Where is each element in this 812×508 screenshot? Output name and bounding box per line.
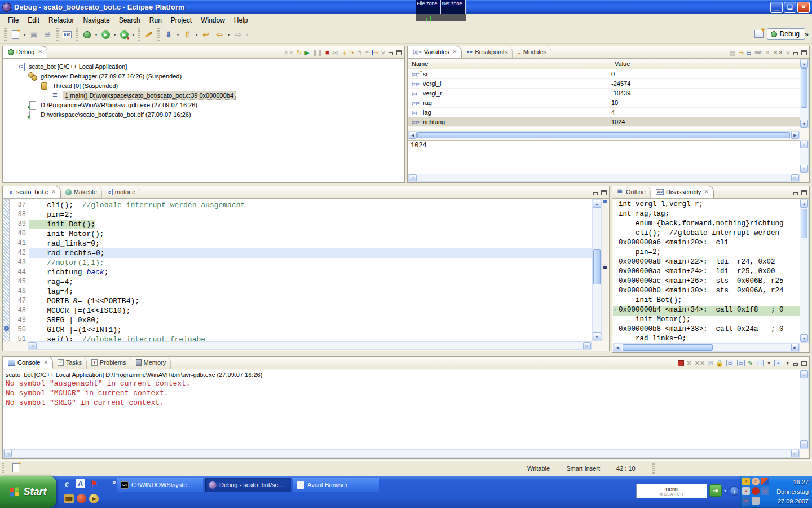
view-tab[interactable]: Outline [612,186,651,198]
forward-button[interactable]: ⇨ [232,28,244,41]
code-text[interactable]: rad_rechts=0; [29,248,592,258]
search-go-button[interactable]: ➜ [709,484,722,497]
taskbar-window-button[interactable]: C:\ C:\WINDOWS\syste... [117,478,203,492]
debug-launch-dropdown[interactable]: ▾ [94,32,99,37]
avant-browser-icon[interactable]: A [76,479,85,488]
close-button[interactable]: ✕ [797,2,810,13]
gutter-marker[interactable] [3,277,10,287]
step-into-icon[interactable]: ↴ [341,49,346,56]
gutter-marker[interactable] [3,287,10,296]
display-disconnected-icon[interactable]: ✕ [761,487,769,495]
quick-launch-icon[interactable]: ▶ [89,494,99,503]
debug-launch-button[interactable] [81,28,93,41]
debug-tree-row[interactable]: Thread [0] (Suspended) [3,81,404,90]
disassembly-line[interactable]: cli(); //globale interrupt werden [613,229,800,239]
disconnect-icon[interactable]: ⋈ [332,49,338,56]
toolbar-grip[interactable] [76,28,78,41]
debug-tree-row[interactable]: D:\workspace\scato_bot\scato_bot.elf (27… [3,110,404,119]
scroll-down-arrow[interactable]: ▼ [593,332,601,340]
debug-tree-row[interactable]: 1 main() D:\workspace\scato_bot\scato_bo… [3,90,404,100]
maximize-view-icon[interactable] [801,50,807,55]
gutter-marker[interactable] [3,200,10,210]
disassembly-line[interactable]: int rag,lag; [613,210,800,220]
pin-console-icon[interactable]: ✎ [748,360,753,367]
variable-row[interactable]: (x)= vergl_r -10439 [408,89,800,98]
tray-app-icon[interactable] [761,478,769,485]
scroll-up-arrow[interactable]: ▲ [800,60,808,68]
new-dropdown[interactable]: ▾ [22,32,27,37]
show-type-names-icon[interactable]: ▤ [730,49,735,56]
window-titlebar[interactable]: Debug - scato_bot/scato_bot.c - Eclipse … [0,0,812,14]
statusbar-grip[interactable] [652,463,655,474]
variables-vscrollbar[interactable]: ▲ ▼ [800,59,809,128]
scroll-thumb[interactable] [801,209,807,238]
column-header-name[interactable]: Name [408,59,611,69]
close-tab-icon[interactable]: ✕ [43,360,48,365]
maximize-view-icon[interactable] [801,361,807,366]
scroll-left-arrow[interactable]: ◀ [29,342,37,349]
toolbar-grip[interactable] [157,28,160,41]
view-tab[interactable]: Problems [87,356,131,369]
fast-view-icon[interactable] [12,463,19,472]
disassembly-line[interactable]: 0x000000a8 <main+22>: ldi r24, 0x02 [613,258,800,268]
maximize-view-icon[interactable] [396,50,402,55]
terminate-icon[interactable]: ■ [325,49,329,56]
code-text[interactable]: lag=4; [29,287,592,296]
code-editor[interactable]: 37 cli(); //globale interrupt werden aus… [3,199,592,341]
scroll-right-arrow[interactable]: ▶ [791,450,799,457]
suspend-icon[interactable]: ❚❚ [312,49,323,56]
back-button[interactable]: ⇦ [213,28,226,41]
quick-launch-icon[interactable]: ⚑ [89,479,99,488]
gutter-marker[interactable] [3,306,10,316]
add-globals-icon[interactable]: ⇥ [738,49,743,56]
menu-item[interactable]: Edit [23,15,44,25]
console-hscrollbar[interactable]: ◀ ▶ [3,449,800,458]
close-tab-icon[interactable]: ✕ [453,49,457,55]
show-stdout-icon[interactable]: ▭ [726,360,734,366]
editor-tab[interactable]: c scato_bot.c ✕ [3,186,61,198]
editor-tab[interactable]: Makefile [61,186,102,198]
run-launch-dropdown[interactable]: ▾ [112,32,117,37]
open-perspective-icon[interactable] [754,30,764,38]
maximize-view-icon[interactable] [601,190,607,195]
code-line[interactable]: 41 rad_links=0; [3,239,592,248]
step-return-icon[interactable]: ↰ [357,49,362,56]
disassembly-line[interactable]: rad_links=0; [613,335,800,343]
tab-debug[interactable]: Debug ✕ [3,46,47,58]
close-tab-icon[interactable]: ✕ [51,189,56,195]
variable-row[interactable]: (x)= lag 4 [408,108,800,117]
binary-tool-button[interactable]: 010 [61,28,73,41]
terminate-icon[interactable] [678,360,684,366]
menu-item[interactable]: Navigate [78,15,114,25]
column-header-value[interactable]: Value [611,59,800,69]
menu-item[interactable]: Help [230,15,253,25]
remove-terminated-icon[interactable]: ✕✕ [284,49,294,56]
minimize-view-icon[interactable] [793,190,798,195]
code-text[interactable]: richtung=back; [29,268,592,277]
detail-hscrollbar[interactable]: ◀ ▶ [408,174,800,182]
code-text[interactable]: init_Motor(); [29,229,592,239]
debug-tree-row[interactable]: gdbserver Debugger (27.09.07 16:26) (Sus… [3,71,404,81]
code-text[interactable]: MCUCR |=(1<<ISC10); [29,306,592,316]
network-disabled-icon[interactable]: ✕ [742,487,750,495]
maximize-button[interactable]: ❑ [784,2,796,13]
taskbar-window-button[interactable]: Debug - scato_bot/sc... [205,478,291,492]
watch-icon[interactable]: 👓 [754,49,762,56]
toolbar-grip[interactable] [138,28,140,41]
scroll-thumb[interactable] [417,132,790,138]
scroll-thumb[interactable] [593,249,601,284]
new-wizard-button[interactable] [9,28,21,41]
minimize-view-icon[interactable] [793,361,798,366]
code-text[interactable]: init_Bot(); [29,220,592,229]
variable-row[interactable]: (x)= vergl_l -24574 [408,79,800,89]
disassembly-line[interactable]: 0x000000a6 <main+20>: cli [613,239,800,248]
scroll-down-arrow[interactable]: ▼ [800,440,808,448]
scroll-right-arrow[interactable]: ▶ [583,342,591,349]
internet-explorer-icon[interactable]: e [62,479,72,488]
debug-launch-tree[interactable]: scato_bot [C/C++ Local Application] gdbs… [3,59,404,182]
scroll-up-arrow[interactable]: ▲ [593,200,601,208]
editor-hscrollbar[interactable]: ◀ ▶ [28,341,592,350]
collapse-all-icon[interactable]: ⊟ [746,49,751,56]
close-tab-icon[interactable]: ✕ [38,49,42,55]
taskbar-window-button[interactable]: Avant Browser [293,478,379,492]
